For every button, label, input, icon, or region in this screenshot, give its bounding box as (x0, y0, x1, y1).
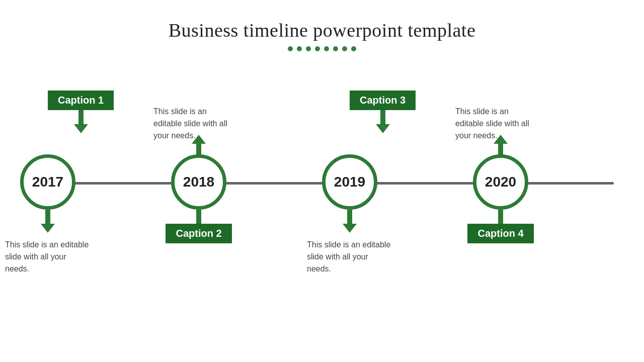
dot-6 (333, 46, 338, 51)
slide: Business timeline powerpoint template Ca… (0, 0, 644, 362)
caption-badge-3: Caption 3 (350, 90, 416, 110)
caption-badge-2: Caption 2 (166, 224, 231, 243)
timeline-area: Caption 1 2017 This slide is an editable… (0, 65, 644, 362)
caption-badge-4: Caption 4 (467, 224, 533, 243)
arrow-down-1 (74, 124, 88, 133)
arrowhead-up-2 (192, 135, 206, 144)
year-2019: 2019 (334, 174, 365, 190)
desc-2019: This slide is an editable slide with all… (307, 239, 392, 275)
year-2020: 2020 (485, 174, 516, 190)
stem-below-1 (45, 210, 50, 224)
circle-2020: 2020 (473, 154, 528, 210)
dots-row (169, 46, 476, 51)
slide-title: Business timeline powerpoint template (169, 19, 476, 41)
dot-7 (342, 46, 347, 51)
arrowhead-below-3 (343, 224, 357, 233)
below-2020: Caption 4 (467, 210, 533, 243)
circle-2017: 2017 (20, 154, 75, 210)
below-2017: This slide is an editable slide with all… (5, 210, 91, 275)
stem-below-2 (196, 210, 201, 224)
dot-3 (306, 46, 311, 51)
below-2018: Caption 2 (166, 210, 231, 243)
stem-below-4 (498, 210, 503, 224)
arrow-down-3 (376, 124, 390, 133)
circle-2019: 2019 (322, 154, 377, 210)
stem-below-3 (347, 210, 352, 224)
circle-2018: 2018 (171, 154, 226, 210)
year-2017: 2017 (32, 174, 63, 190)
dot-2 (297, 46, 302, 51)
dot-5 (324, 46, 329, 51)
caption-badge-1: Caption 1 (48, 90, 114, 110)
dot-4 (315, 46, 320, 51)
dot-1 (288, 46, 293, 51)
stem-down-1 (78, 110, 84, 124)
title-area: Business timeline powerpoint template (169, 19, 476, 51)
below-2019: This slide is an editable slide with all… (307, 210, 392, 275)
arrowhead-below-1 (41, 224, 55, 233)
arrowhead-up-4 (494, 135, 508, 144)
year-2018: 2018 (183, 174, 214, 190)
stem-down-3 (380, 110, 385, 124)
desc-2017: This slide is an editable slide with all… (5, 239, 91, 275)
dot-8 (351, 46, 356, 51)
